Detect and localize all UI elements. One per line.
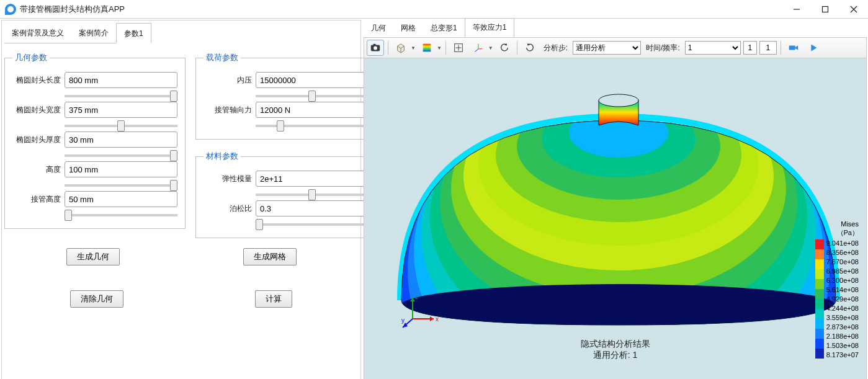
legend-value: 1.503e+08 [826, 342, 859, 349]
svg-line-13 [475, 49, 478, 52]
parameter-panel: 案例背景及意义 案例简介 参数1 几何参数 椭圆封头长度椭圆封头宽度椭圆封头厚度… [1, 20, 361, 379]
legend-value: 5.614e+08 [826, 286, 859, 293]
group-geometry: 几何参数 椭圆封头长度椭圆封头宽度椭圆封头厚度高度接管高度 [4, 52, 186, 229]
legend-value: 6.300e+08 [826, 277, 859, 284]
geometry-label-2: 椭圆封头厚度 [12, 135, 61, 145]
vtab-mesh[interactable]: 网格 [393, 19, 423, 37]
tab-intro[interactable]: 案例简介 [71, 23, 116, 43]
svg-point-5 [374, 47, 377, 50]
material-label-1: 泊松比 [204, 203, 252, 214]
legend-value: 7.670e+08 [826, 258, 859, 265]
group-load: 载荷参数 内压接管轴向力 [195, 52, 377, 140]
axes-gizmo: x z y [401, 293, 439, 330]
load-label-1: 接管轴向力 [204, 105, 252, 115]
titlebar: 带接管椭圆封头结构仿真APP [0, 0, 868, 19]
dropdown-arrow-icon[interactable]: ▼ [437, 45, 442, 51]
geometry-param-4: 接管高度 [12, 191, 177, 221]
tab-params1[interactable]: 参数1 [116, 23, 151, 43]
frame-spinner-b[interactable] [759, 41, 777, 55]
viewport-3d[interactable]: x z y Mises （Pa） 9.041e+088.356e+087.670… [364, 58, 867, 379]
dropdown-arrow-icon[interactable]: ▼ [411, 45, 416, 51]
view-tabs: 几何 网格 总变形1 等效应力1 [364, 20, 867, 37]
gen-mesh-button[interactable]: 生成网格 [243, 248, 297, 265]
load-param-0: 内压 [204, 72, 369, 102]
vtab-stress[interactable]: 等效应力1 [465, 18, 515, 37]
load-label-0: 内压 [204, 75, 252, 86]
step-select[interactable]: 通用分析 [573, 41, 641, 55]
legend-title-l1: Mises [841, 220, 859, 228]
geometry-label-1: 椭圆封头宽度 [12, 105, 61, 115]
svg-rect-14 [789, 45, 795, 50]
geometry-label-4: 接管高度 [12, 194, 61, 205]
play-icon[interactable] [805, 40, 822, 56]
material-param-0: 弹性模量 [204, 171, 369, 200]
geometry-slider-3[interactable] [65, 184, 177, 187]
close-button[interactable] [839, 0, 868, 19]
minimize-button[interactable] [782, 0, 811, 19]
geometry-param-3: 高度 [12, 161, 177, 191]
maximize-button[interactable] [811, 0, 839, 19]
material-slider-0[interactable] [256, 194, 369, 196]
contour-palette-icon[interactable] [418, 40, 436, 56]
time-select[interactable]: 1 [685, 41, 741, 55]
geometry-param-2: 椭圆封头厚度 [12, 132, 177, 161]
legend-value: 4.244e+08 [826, 305, 859, 312]
legend-value: 8.356e+08 [826, 249, 859, 256]
gen-geom-button[interactable]: 生成几何 [66, 248, 120, 265]
dome-render [383, 65, 854, 375]
load-slider-1[interactable] [256, 125, 369, 127]
legend-value: 4.929e+08 [826, 295, 859, 303]
view-toolbar: ▼ ▼ ▼ 分析步: 通用分析 时间/频率: 1 [364, 37, 867, 58]
geometry-param-1: 椭圆封头宽度 [12, 102, 177, 132]
load-input-1[interactable] [256, 102, 369, 118]
geometry-slider-0[interactable] [65, 95, 177, 97]
geometry-slider-2[interactable] [65, 154, 177, 157]
geometry-input-3[interactable] [65, 161, 177, 177]
compute-button[interactable]: 计算 [255, 290, 292, 308]
app-icon [5, 4, 16, 15]
result-caption-l1: 隐式结构分析结果 [581, 339, 650, 350]
rotate-redo-icon[interactable] [521, 40, 539, 56]
geometry-input-0[interactable] [65, 72, 177, 88]
geometry-slider-4[interactable] [65, 214, 177, 216]
svg-rect-1 [823, 6, 828, 12]
render-cube-icon[interactable] [392, 40, 409, 56]
frame-spinner-a[interactable] [743, 41, 757, 55]
legend-value: 3.559e+08 [826, 314, 859, 321]
svg-rect-6 [373, 44, 376, 46]
color-legend: Mises （Pa） 9.041e+088.356e+087.670e+086.… [815, 220, 859, 359]
dropdown-arrow-icon[interactable]: ▼ [488, 45, 493, 51]
fit-view-icon[interactable] [450, 40, 467, 56]
orientation-axes-icon[interactable] [470, 40, 487, 56]
legend-title-l2: （Pa） [837, 229, 859, 236]
material-input-0[interactable] [256, 171, 369, 187]
snapshot-icon[interactable] [367, 40, 384, 56]
record-video-icon[interactable] [785, 40, 802, 56]
window-title: 带接管椭圆封头结构仿真APP [20, 4, 125, 15]
geometry-label-3: 高度 [12, 164, 61, 175]
group-material: 材料参数 弹性模量泊松比 [195, 151, 377, 238]
material-slider-1[interactable] [256, 223, 369, 226]
material-input-1[interactable] [256, 200, 369, 216]
load-param-1: 接管轴向力 [204, 102, 369, 132]
vtab-geom[interactable]: 几何 [364, 19, 393, 37]
geometry-input-4[interactable] [65, 191, 177, 207]
geometry-input-2[interactable] [65, 132, 177, 148]
clear-geom-button[interactable]: 清除几何 [70, 290, 123, 308]
legend-value: 9.041e+08 [826, 239, 859, 247]
geometry-slider-1[interactable] [65, 125, 177, 127]
svg-rect-7 [423, 44, 431, 52]
load-input-0[interactable] [256, 72, 369, 88]
material-label-0: 弹性模量 [204, 174, 252, 184]
rotate-undo-icon[interactable] [496, 40, 513, 56]
tab-background[interactable]: 案例背景及意义 [4, 23, 71, 43]
group-material-legend: 材料参数 [204, 151, 241, 162]
material-param-1: 泊松比 [204, 200, 369, 230]
geometry-input-1[interactable] [65, 102, 177, 118]
load-slider-0[interactable] [256, 95, 369, 97]
legend-value: 6.985e+08 [826, 267, 859, 275]
legend-value: 2.188e+08 [826, 332, 859, 340]
vtab-deform[interactable]: 总变形1 [423, 19, 465, 37]
svg-text:x: x [436, 316, 439, 323]
result-panel: 几何 网格 总变形1 等效应力1 ▼ ▼ ▼ 分析步: 通用分析 时间/频率: … [364, 20, 867, 379]
